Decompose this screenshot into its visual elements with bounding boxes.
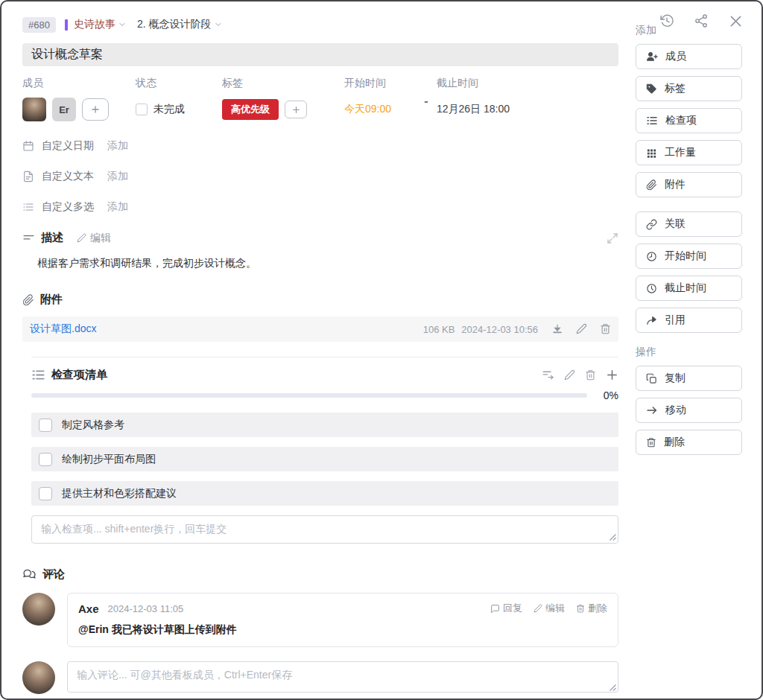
comment-author: Axe [78,602,99,615]
status-label: 状态 [136,77,222,90]
document-icon [22,171,34,182]
hide-completed-icon[interactable] [542,369,554,381]
custom-multiselect-add[interactable]: 添加 [107,200,128,214]
move-arrow-icon [646,404,658,416]
status-checkbox[interactable] [136,104,148,115]
custom-date-label: 自定义日期 [42,139,94,153]
start-time-value[interactable]: 今天09:00 [344,103,391,116]
comment-input[interactable] [67,661,618,693]
history-icon[interactable] [659,13,674,29]
comments-icon [22,567,37,582]
paperclip-icon [646,179,657,191]
custom-field-multiselect: 自定义多选 添加 [22,200,627,214]
close-icon[interactable] [728,13,744,29]
description-body: 根据客户需求和调研结果，完成初步设计概念。 [37,257,618,270]
checklist-item-checkbox[interactable] [39,419,52,432]
custom-text-label: 自定义文本 [42,170,94,183]
trash-icon[interactable] [600,323,611,335]
pencil-icon[interactable] [576,323,587,335]
current-user-avatar [22,661,55,694]
field-due-time: 截止时间 12月26日 18:00 [437,77,510,121]
task-content: #680 史诗故事 2. 概念设计阶段 设计概念草案 成员 Er [1,1,627,699]
sidebar-quote-button[interactable]: 引用 [636,308,742,333]
quote-forward-icon [646,315,657,326]
breadcrumb-stage[interactable]: 2. 概念设计阶段 [137,18,223,31]
sidebar-add-checklist-button[interactable]: 检查项 [636,108,742,133]
sidebar-move-button[interactable]: 移动 [636,398,742,423]
share-icon[interactable] [694,13,709,29]
custom-date-add[interactable]: 添加 [107,139,128,153]
custom-field-text: 自定义文本 添加 [22,170,627,183]
sidebar-add-tag-button[interactable]: 标签 [636,76,742,101]
comment-delete-button[interactable]: 删除 [576,602,607,615]
sidebar-set-start-time-button[interactable]: 开始时间 [636,244,742,269]
link-icon [646,219,657,230]
comments-title: 评论 [42,567,65,582]
trash-icon[interactable] [585,369,596,381]
action-sidebar: 添加 成员 标签 检查项 工作量 [627,1,762,699]
download-icon[interactable] [551,323,563,335]
custom-field-date: 自定义日期 添加 [22,139,627,153]
checklist-item-checkbox[interactable] [39,487,52,500]
start-time-clock-icon [646,251,657,262]
paperclip-icon [22,294,34,306]
member-add-icon [646,51,658,63]
checklist-input[interactable] [31,515,618,544]
due-time-clock-icon [646,283,657,294]
add-tag-button[interactable] [285,101,307,118]
sidebar-set-due-time-button[interactable]: 截止时间 [636,276,742,301]
checklist-item: 提供主材和色彩搭配建议 [31,481,618,506]
field-members: 成员 Er [22,77,136,121]
checklist-section: 检查项清单 [31,357,618,544]
pencil-icon [77,233,86,243]
trash-icon [576,604,585,613]
attachments-section: 附件 设计草图.docx 106 KB 2024-12-03 10:56 [22,293,618,342]
members-label: 成员 [22,77,136,90]
due-time-label: 截止时间 [437,77,510,90]
member-avatar [22,98,46,121]
progress-percent: 0% [587,389,618,401]
progress-bar [31,393,587,398]
expand-icon[interactable] [607,232,618,244]
sidebar-add-workload-button[interactable]: 工作量 [636,140,742,165]
copy-icon [646,373,657,384]
workload-grid-icon [646,147,657,159]
reply-bubble-icon [490,604,500,614]
sidebar-delete-button[interactable]: 删除 [636,430,742,455]
custom-fields: 自定义日期 添加 自定义文本 添加 自定义多选 添加 [22,139,627,214]
description-edit-button[interactable]: 编辑 [77,232,111,245]
sidebar-add-member-button[interactable]: 成员 [636,44,742,69]
checklist-icon [31,368,45,382]
member-avatar: Er [52,98,76,121]
description-title: 描述 [41,231,63,245]
custom-text-add[interactable]: 添加 [107,170,128,183]
pencil-icon[interactable] [564,369,575,381]
epic-color-bar [65,19,68,31]
due-time-value[interactable]: 12月26日 18:00 [437,103,510,116]
add-member-button[interactable] [82,98,109,121]
sidebar-add-attachment-button[interactable]: 附件 [636,172,742,197]
field-status: 状态 未完成 [136,77,222,121]
status-value: 未完成 [153,103,185,116]
checklist-item-checkbox[interactable] [39,453,52,466]
attachment-row: 设计草图.docx 106 KB 2024-12-03 10:56 [22,316,618,342]
field-start-time: 开始时间 今天09:00 [344,77,416,121]
plus-icon[interactable] [606,369,618,381]
sidebar-add-link-button[interactable]: 关联 [636,211,742,237]
card-id-badge: #680 [22,17,56,33]
attachment-file-link[interactable]: 设计草图.docx [30,322,96,336]
chevron-down-icon [214,20,223,29]
priority-badge[interactable]: 高优先级 [222,99,279,120]
actions-section-title: 操作 [636,346,742,359]
checklist-item: 绘制初步平面布局图 [31,447,618,471]
sidebar-copy-button[interactable]: 复制 [636,366,742,391]
task-title[interactable]: 设计概念草案 [22,43,618,66]
description-section: 描述 编辑 根据客户需求和调研结果，完成初步设计概念。 [22,231,618,270]
breadcrumb-epic[interactable]: 史诗故事 [74,18,127,31]
field-tags: 标签 高优先级 [222,77,344,121]
checklist-item: 制定风格参考 [31,413,618,437]
comment-reply-button[interactable]: 回复 [490,602,522,615]
modal-toolbar [659,13,744,29]
comment-edit-button[interactable]: 编辑 [534,602,565,615]
task-detail-modal: #680 史诗故事 2. 概念设计阶段 设计概念草案 成员 Er [0,0,763,700]
